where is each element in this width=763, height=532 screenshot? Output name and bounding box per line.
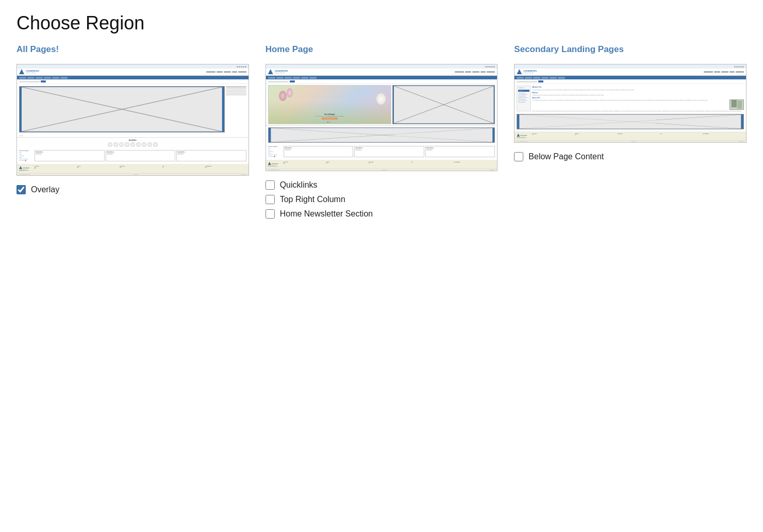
- all-pages-checkboxes: Overlay: [16, 185, 249, 194]
- checkbox-below-content[interactable]: Below Page Content: [514, 152, 747, 161]
- region-title-home-page: Home Page: [266, 44, 498, 55]
- region-secondary: Secondary Landing Pages CEDARBURG PUBLIC…: [514, 44, 747, 161]
- quicklinks-label: Quicklinks: [280, 180, 318, 190]
- regions-container: All Pages! CEDARBURG PUBLIC LIBRARY: [16, 44, 747, 219]
- newsletter-label: Home Newsletter Section: [280, 209, 373, 219]
- checkbox-overlay[interactable]: Overlay: [16, 185, 249, 194]
- checkbox-newsletter[interactable]: Home Newsletter Section: [266, 209, 498, 219]
- secondary-checkboxes: Below Page Content: [514, 152, 747, 161]
- home-page-preview: CEDARBURG PUBLIC LIBRARY: [266, 64, 498, 171]
- overlay-label: Overlay: [31, 185, 59, 194]
- logo-subtext: PUBLIC LIBRARY: [26, 72, 39, 74]
- region-title-secondary: Secondary Landing Pages: [514, 44, 747, 55]
- newsletter-checkbox[interactable]: [266, 209, 275, 219]
- top-right-checkbox[interactable]: [266, 195, 275, 204]
- secondary-preview: CEDARBURG PUBLIC LIBRARY: [514, 64, 747, 143]
- quicklinks-checkbox[interactable]: [266, 180, 275, 190]
- checkbox-top-right[interactable]: Top Right Column: [266, 195, 498, 204]
- all-pages-preview: CEDARBURG PUBLIC LIBRARY: [16, 64, 249, 176]
- svg-rect-10: [732, 100, 737, 107]
- page-title: Choose Region: [16, 12, 747, 34]
- below-content-checkbox[interactable]: [514, 152, 523, 161]
- home-page-checkboxes: Quicklinks Top Right Column Home Newslet…: [266, 180, 498, 219]
- region-home-page: Home Page CEDARBURG PUBLIC LIBRARY: [266, 44, 498, 219]
- svg-rect-11: [737, 101, 742, 109]
- top-right-label: Top Right Column: [280, 195, 345, 204]
- region-all-pages: All Pages! CEDARBURG PUBLIC LIBRARY: [16, 44, 249, 194]
- region-title-all-pages: All Pages!: [16, 44, 249, 55]
- below-content-label: Below Page Content: [528, 152, 604, 161]
- checkbox-quicklinks[interactable]: Quicklinks: [266, 180, 498, 190]
- overlay-checkbox[interactable]: [16, 185, 26, 194]
